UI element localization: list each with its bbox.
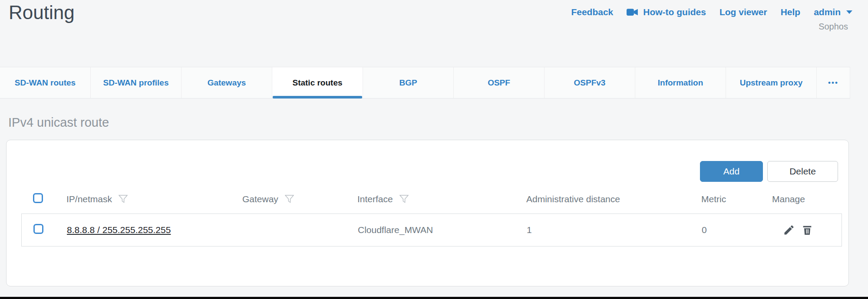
col-header-admin-distance: Administrative distance bbox=[526, 194, 701, 204]
tab-upstream-proxy[interactable]: Upstream proxy bbox=[726, 67, 817, 98]
admin-menu[interactable]: admin bbox=[814, 7, 852, 17]
col-header-ip-netmask: IP/netmask bbox=[66, 194, 112, 204]
log-viewer-link[interactable]: Log viewer bbox=[719, 7, 767, 17]
table-row: 8.8.8.8 / 255.255.255.255 Cloudflare_MWA… bbox=[21, 214, 842, 246]
table-header: IP/netmask Gateway Interface Administrat… bbox=[21, 189, 842, 209]
section-heading: IPv4 unicast route bbox=[8, 115, 109, 130]
route-metric: 0 bbox=[702, 225, 772, 235]
col-header-interface: Interface bbox=[357, 194, 393, 204]
tab-information[interactable]: Information bbox=[635, 67, 726, 98]
edit-icon[interactable] bbox=[783, 224, 795, 236]
route-interface: Cloudflare_MWAN bbox=[358, 225, 527, 235]
delete-row-icon[interactable] bbox=[801, 224, 813, 236]
top-nav: Feedback How-to guides Log viewer Help a… bbox=[571, 7, 852, 17]
help-link[interactable]: Help bbox=[781, 7, 801, 17]
video-camera-icon bbox=[627, 8, 638, 16]
filter-icon[interactable] bbox=[285, 194, 294, 204]
routing-page: Routing Feedback How-to guides Log viewe… bbox=[0, 0, 868, 299]
row-checkbox[interactable] bbox=[33, 224, 43, 234]
filter-icon[interactable] bbox=[399, 194, 409, 204]
delete-button[interactable]: Delete bbox=[767, 161, 838, 182]
tab-gateways[interactable]: Gateways bbox=[182, 67, 272, 98]
col-header-gateway: Gateway bbox=[242, 194, 278, 204]
route-admin-distance: 1 bbox=[527, 225, 702, 235]
brand-label: Sophos bbox=[818, 22, 848, 32]
chevron-down-icon bbox=[846, 10, 852, 14]
howto-guides-label: How-to guides bbox=[643, 7, 706, 17]
tab-ospf[interactable]: OSPF bbox=[454, 67, 545, 98]
toolbar: Add Delete bbox=[700, 161, 838, 182]
tab-bar: SD-WAN routes SD-WAN profiles Gateways S… bbox=[0, 67, 850, 99]
manage-cell bbox=[772, 224, 842, 236]
col-header-metric: Metric bbox=[701, 194, 772, 204]
admin-label: admin bbox=[814, 7, 841, 17]
tab-overflow-button[interactable]: ••• bbox=[817, 67, 850, 98]
col-header-manage: Manage bbox=[772, 194, 842, 204]
route-ip-netmask-link[interactable]: 8.8.8.8 / 255.255.255.255 bbox=[67, 225, 171, 235]
filter-icon[interactable] bbox=[119, 194, 128, 204]
bottom-edge-bar bbox=[0, 297, 868, 299]
add-button[interactable]: Add bbox=[700, 161, 763, 182]
routes-card: Add Delete IP/netmask Gateway Interface bbox=[6, 140, 849, 286]
page-title: Routing bbox=[9, 2, 75, 23]
feedback-link[interactable]: Feedback bbox=[571, 7, 613, 17]
howto-guides-link[interactable]: How-to guides bbox=[627, 7, 706, 17]
select-all-checkbox[interactable] bbox=[33, 193, 43, 203]
tab-sd-wan-profiles[interactable]: SD-WAN profiles bbox=[91, 67, 182, 98]
tab-bgp[interactable]: BGP bbox=[363, 67, 454, 98]
tab-ospfv3[interactable]: OSPFv3 bbox=[545, 67, 635, 98]
tab-sd-wan-routes[interactable]: SD-WAN routes bbox=[0, 67, 91, 98]
tab-static-routes[interactable]: Static routes bbox=[272, 67, 363, 98]
